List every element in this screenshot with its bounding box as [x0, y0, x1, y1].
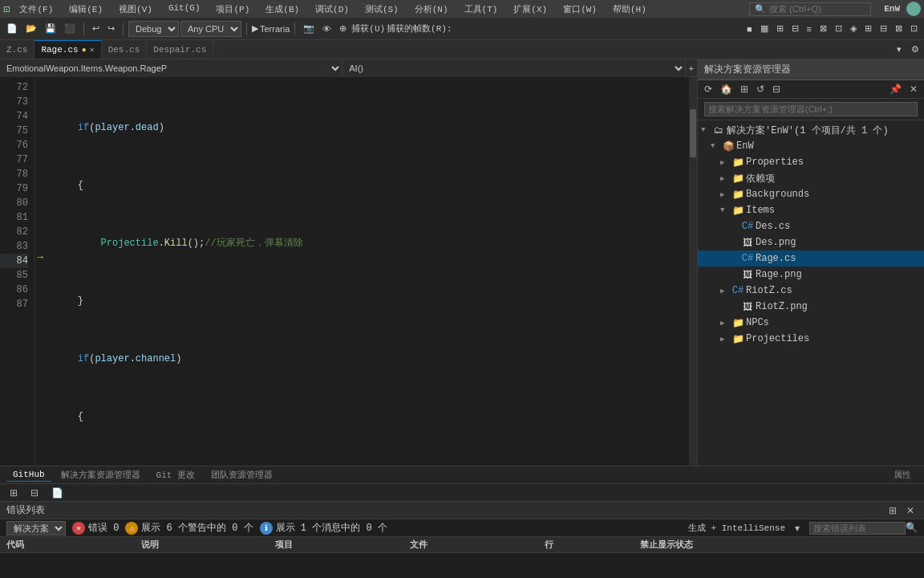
- props-grid-btn[interactable]: ⊞: [6, 486, 21, 500]
- sol-refresh-btn[interactable]: ↺: [753, 82, 768, 96]
- npcs-chevron: ▶: [720, 319, 730, 328]
- toolbar-icon-12[interactable]: ⊡: [907, 22, 921, 35]
- menu-view[interactable]: 视图(V): [116, 2, 156, 17]
- new-file-btn[interactable]: 📄: [3, 22, 21, 35]
- save-btn[interactable]: 💾: [42, 22, 59, 35]
- node-des-png[interactable]: ▶ 🖼 Des.png: [698, 234, 924, 250]
- menu-git[interactable]: Git(G): [165, 2, 204, 17]
- func-select[interactable]: AI(): [342, 59, 685, 77]
- props-page-btn[interactable]: 📄: [48, 486, 67, 500]
- menu-extensions[interactable]: 扩展(X): [510, 2, 550, 17]
- solution-search[interactable]: [698, 99, 924, 120]
- redo-btn[interactable]: ↪: [104, 22, 118, 35]
- solution-root[interactable]: ▼ 🗂 解决方案'EnW'(1 个项目/共 1 个): [698, 122, 924, 138]
- node-npcs[interactable]: ▶ 📁 NPCs: [698, 315, 924, 331]
- node-rage-png[interactable]: ▶ 🖼 Rage.png: [698, 267, 924, 283]
- toolbar-btn-eye[interactable]: 👁: [319, 22, 334, 35]
- tab-z-cs[interactable]: Z.cs: [0, 40, 34, 59]
- node-backgrounds[interactable]: ▶ 📁 Backgrounds: [698, 186, 924, 202]
- toolbar-btn-capture[interactable]: ⊕: [336, 22, 350, 35]
- props-label: 属性: [887, 469, 918, 481]
- bottom-tab-git-changes[interactable]: Git 更改: [150, 467, 201, 482]
- toolbar-icon-8[interactable]: ◈: [847, 22, 860, 35]
- editor-scrollbar[interactable]: [689, 77, 697, 466]
- toolbar-btn-camera[interactable]: 📷: [300, 22, 318, 35]
- menu-analyze[interactable]: 分析(N): [411, 2, 452, 17]
- node-items[interactable]: ▼ 📁 Items: [698, 202, 924, 218]
- menu-edit[interactable]: 编辑(E): [66, 2, 106, 17]
- sol-pin-btn[interactable]: 📌: [886, 82, 905, 96]
- toolbar-icon-1[interactable]: ■: [744, 22, 756, 35]
- col-file[interactable]: 文件: [403, 537, 538, 553]
- node-riotz-cs[interactable]: ▶ C# RiotZ.cs: [698, 283, 924, 299]
- toolbar-icon-5[interactable]: ≡: [804, 22, 815, 35]
- global-search-input[interactable]: [769, 4, 865, 14]
- code-content[interactable]: if(player.dead) { Projectile.Kill();//玩家…: [48, 77, 689, 466]
- node-projectiles[interactable]: ▶ 📁 Projectiles: [698, 331, 924, 347]
- cpu-select[interactable]: Any CPU: [180, 21, 241, 37]
- menu-project[interactable]: 项目(P): [213, 2, 253, 17]
- node-rage-cs[interactable]: ▶ C# Rage.cs: [698, 250, 924, 267]
- tab-settings-btn[interactable]: ⚙: [906, 44, 924, 55]
- toolbar-icon-9[interactable]: ⊞: [861, 22, 875, 35]
- node-riotz-png[interactable]: ▶ 🖼 RiotZ.png: [698, 299, 924, 315]
- tab-des-cs[interactable]: Des.cs: [102, 40, 148, 59]
- run-btn[interactable]: ▶ Terraria: [252, 23, 290, 34]
- run-label: Terraria: [260, 24, 290, 34]
- toolbar-icon-11[interactable]: ⊠: [892, 22, 906, 35]
- menu-test[interactable]: 测试(S): [362, 2, 402, 17]
- props-alpha-btn[interactable]: ⊟: [27, 486, 42, 500]
- open-btn[interactable]: 📂: [22, 22, 40, 35]
- col-suppress[interactable]: 禁止显示状态: [634, 537, 924, 553]
- toolbar-icon-10[interactable]: ⊟: [877, 22, 890, 35]
- bottom-tab-solution-explorer[interactable]: 解决方案资源管理器: [55, 467, 147, 482]
- bottom-tab-github[interactable]: GitHub: [6, 468, 51, 482]
- path-select[interactable]: EmotionalWeapon.Items.Weapon.RageP: [0, 59, 342, 77]
- global-search[interactable]: 🔍: [749, 2, 871, 16]
- bottom-tab-team[interactable]: 团队资源管理器: [205, 467, 279, 482]
- tab-overflow-btn[interactable]: ▾: [892, 44, 906, 55]
- project-enw[interactable]: ▼ 📦 EnW: [698, 138, 924, 154]
- sep3: [246, 22, 247, 35]
- node-properties[interactable]: ▶ 📁 Properties: [698, 154, 924, 170]
- menu-build[interactable]: 生成(B): [262, 2, 302, 17]
- save-all-btn[interactable]: ⬛: [61, 22, 79, 35]
- menu-debug[interactable]: 调试(D): [312, 2, 352, 17]
- toolbar-icon-4[interactable]: ⊟: [788, 22, 802, 35]
- error-list-header: 错误列表 ⊞ ✕: [0, 502, 924, 519]
- error-list-close-btn[interactable]: ✕: [903, 503, 918, 518]
- menu-help[interactable]: 帮助(H): [610, 2, 650, 17]
- menu-tools[interactable]: 工具(T): [461, 2, 501, 17]
- build-dropdown-btn[interactable]: ▾: [792, 521, 803, 535]
- sol-show-all-btn[interactable]: ⊞: [737, 82, 752, 96]
- debug-config-select[interactable]: Debug: [128, 21, 179, 37]
- undo-btn[interactable]: ↩: [89, 22, 103, 35]
- toolbar-icon-2[interactable]: ▦: [757, 22, 772, 35]
- error-list-float-btn[interactable]: ⊞: [886, 503, 900, 518]
- toolbar-icon-7[interactable]: ⊡: [832, 22, 845, 35]
- sol-sync-btn[interactable]: ⟳: [701, 82, 715, 96]
- close-rage-cs-btn[interactable]: ✕: [90, 45, 95, 55]
- solution-search-input[interactable]: [704, 102, 918, 116]
- menu-file[interactable]: 文件(F): [16, 2, 56, 17]
- toolbar-icon-6[interactable]: ⊠: [817, 22, 830, 35]
- code-editor: EmotionalWeapon.Items.Weapon.RageP AI() …: [0, 59, 697, 466]
- menu-window[interactable]: 窗口(W): [560, 2, 600, 17]
- node-des-cs[interactable]: ▶ C# Des.cs: [698, 218, 924, 234]
- sol-close-btn[interactable]: ✕: [906, 82, 921, 96]
- toolbar-icon-3[interactable]: ⊞: [773, 22, 787, 35]
- project-scope-select[interactable]: 解决方案: [6, 521, 66, 535]
- node-deps[interactable]: ▶ 📁 依赖项: [698, 170, 924, 186]
- nav-add-btn[interactable]: +: [686, 62, 697, 75]
- col-code[interactable]: 代码: [0, 537, 135, 553]
- col-project[interactable]: 项目: [269, 537, 403, 553]
- tab-despair-cs[interactable]: Despair.cs: [147, 40, 213, 59]
- items-chevron: ▼: [720, 206, 730, 214]
- sol-collapse-btn[interactable]: ⊟: [769, 82, 784, 96]
- col-line[interactable]: 行: [538, 537, 634, 553]
- scrollbar-thumb[interactable]: [690, 109, 696, 157]
- sol-props-btn[interactable]: 🏠: [717, 82, 736, 96]
- col-desc[interactable]: 说明: [135, 537, 270, 553]
- tab-rage-cs[interactable]: Rage.cs ● ✕: [34, 40, 101, 59]
- error-search-input[interactable]: [809, 522, 906, 535]
